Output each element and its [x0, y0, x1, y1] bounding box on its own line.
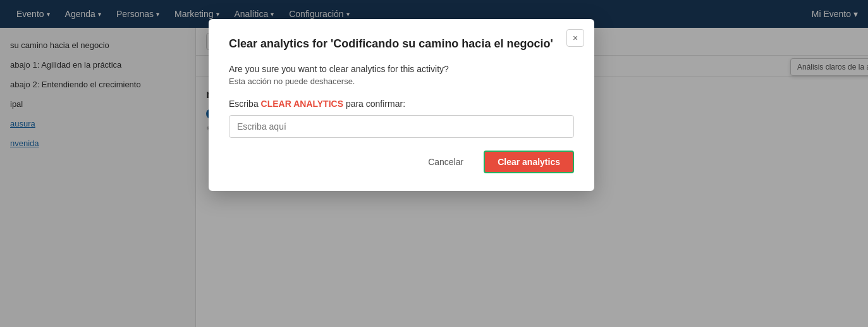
modal-sub-text: Esta acción no puede deshacerse. — [229, 77, 574, 86]
confirm-label: Escriba CLEAR ANALYTICS para confirmar: — [229, 99, 574, 109]
modal-footer: Cancelar Clear analytics — [229, 151, 574, 173]
modal-body-text: Are you sure you want to clear analytics… — [229, 64, 574, 74]
clear-analytics-button[interactable]: Clear analytics — [484, 151, 574, 173]
confirm-input[interactable] — [229, 115, 574, 138]
modal-close-button[interactable]: × — [566, 29, 584, 47]
cancel-button[interactable]: Cancelar — [418, 152, 474, 172]
modal-title: Clear analytics for 'Codificando su cami… — [229, 37, 574, 51]
confirm-keyword: CLEAR ANALYTICS — [261, 99, 343, 109]
close-icon: × — [573, 33, 578, 43]
modal-dialog: Clear analytics for 'Codificando su cami… — [209, 19, 594, 191]
